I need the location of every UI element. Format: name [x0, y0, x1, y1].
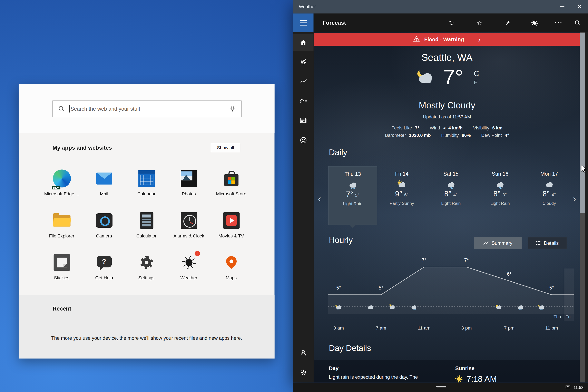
app-tile-edge[interactable]: DEVMicrosoft Edge ...	[40, 168, 83, 210]
app-tile-movies[interactable]: Movies & TV	[210, 210, 252, 252]
daily-condition: Partly Sunny	[377, 201, 426, 206]
hourly-temp-label: 5°	[376, 285, 386, 291]
app-label: Alarms & Clock	[173, 233, 204, 238]
pin-icon[interactable]	[503, 14, 512, 32]
daily-day-name: Sun 16	[476, 171, 525, 176]
mouse-cursor	[580, 164, 586, 173]
app-tile-clock[interactable]: Alarms & Clock	[168, 210, 210, 252]
summary-toggle-button[interactable]: Summary	[474, 237, 522, 249]
daily-low: 6°	[404, 192, 408, 198]
search-input[interactable]: Search the web and your stuff	[52, 100, 242, 117]
detail-barometer: Barometer1020.0 mb	[385, 133, 430, 138]
app-label: File Explorer	[49, 233, 74, 238]
app-command-bar: Forecast ↻ ☆ ···	[293, 14, 588, 32]
sunrise-row: 7:18 AM	[455, 374, 497, 382]
taskbar: ! DEV	[0, 366, 293, 392]
weather-titlebar[interactable]: Weather ×	[293, 0, 588, 14]
unit-celsius[interactable]: C	[474, 69, 480, 78]
daily-high: 7°	[346, 190, 353, 198]
nav-feedback-smiley[interactable]	[293, 132, 314, 149]
app-tile-maps[interactable]: Maps	[210, 252, 252, 294]
alert-chevron-icon: ›	[478, 36, 480, 43]
apps-section-header: My apps and websites Show all	[52, 143, 241, 153]
moon-rain-icon	[537, 304, 546, 310]
daily-next-chevron[interactable]: ›	[573, 194, 576, 204]
daily-temps: 7°5°	[328, 190, 377, 199]
daily-high: 8°	[542, 190, 550, 198]
app-tile-explorer[interactable]: File Explorer	[40, 210, 83, 252]
daily-card-thu-13[interactable]: Thu 137°5°Light Rain	[328, 166, 377, 225]
daily-prev-chevron[interactable]: ‹	[318, 194, 321, 204]
unit-fahrenheit[interactable]: F	[474, 79, 477, 85]
moon-rain-icon	[334, 304, 342, 310]
rain-icon	[516, 304, 524, 310]
unit-toggle[interactable]: C F	[474, 69, 480, 85]
nav-maps[interactable]	[293, 54, 314, 70]
daily-section-title: Daily	[329, 148, 347, 158]
more-options-icon[interactable]: ···	[555, 14, 563, 32]
detail-visibility: Visibility6 km	[473, 125, 502, 130]
nav-news[interactable]	[293, 112, 314, 128]
daily-condition: Light Rain	[328, 201, 377, 206]
nav-account[interactable]	[293, 344, 314, 361]
details-label: Details	[544, 240, 558, 246]
minimize-button[interactable]	[554, 0, 571, 14]
details-toggle-button[interactable]: Details	[528, 237, 567, 249]
app-tile-calculator[interactable]: Calculator	[125, 210, 168, 252]
app-tile-settings[interactable]: Settings	[125, 252, 168, 294]
app-tile-photos[interactable]: Photos	[168, 168, 210, 210]
nav-settings-gear[interactable]	[293, 364, 314, 380]
app-tile-store[interactable]: Microsoft Store	[210, 168, 252, 210]
daily-high: 9°	[395, 190, 402, 198]
app-tile-camera[interactable]: Camera	[83, 210, 125, 252]
refresh-icon[interactable]: ↻	[447, 14, 456, 32]
app-tile-calendar[interactable]: Calendar	[125, 168, 168, 210]
app-label: Stickies	[54, 275, 70, 280]
recent-title: Recent	[52, 305, 71, 312]
location-title: Seattle, WA	[314, 52, 581, 63]
sunrise-label: Sunrise	[455, 365, 474, 371]
daily-card-fri-14[interactable]: Fri 149°6°Partly Sunny	[377, 166, 426, 225]
hourly-time-label: 7 am	[373, 326, 389, 331]
favorite-star-icon[interactable]: ☆	[475, 14, 483, 32]
detail-humidity: Humidity86%	[441, 133, 471, 138]
hourly-time-label: 7 pm	[501, 326, 518, 331]
daily-card-mon-17[interactable]: Mon 178°4°Cloudy	[525, 166, 574, 225]
close-button[interactable]: ×	[571, 0, 588, 14]
rain-icon	[445, 180, 456, 189]
app-tile-mail[interactable]: Mail	[83, 168, 125, 210]
partly-sunny-icon	[388, 304, 396, 310]
scrollbar-thumb[interactable]	[580, 33, 585, 213]
app-tile-weather[interactable]: !Weather	[168, 252, 210, 294]
current-conditions-sun-icon[interactable]	[530, 14, 538, 32]
calculator-icon	[136, 210, 157, 231]
daily-forecast-row: Thu 137°5°Light RainFri 149°6°Partly Sun…	[328, 166, 574, 225]
taskbar-clock[interactable]: 11:58	[566, 382, 584, 392]
details-row: Barometer1020.0 mbHumidity86%Dew Point4°	[314, 133, 581, 138]
vertical-scrollbar[interactable]	[580, 32, 585, 382]
app-label: Settings	[138, 275, 154, 280]
detail-value: 6 km	[492, 125, 502, 130]
current-weather-icon	[415, 69, 436, 86]
app-label: Calendar	[138, 191, 156, 196]
show-all-button[interactable]: Show all	[211, 143, 240, 152]
clock-time: 11:58	[574, 385, 584, 389]
app-search-icon[interactable]	[573, 14, 582, 32]
daily-card-sat-15[interactable]: Sat 158°4°Light Rain	[426, 166, 476, 225]
daily-card-sun-16[interactable]: Sun 168°3°Light Rain	[476, 166, 525, 225]
wind-direction-icon: ◀	[443, 126, 445, 130]
taskbar-handle[interactable]	[436, 386, 446, 388]
app-tile-gethelp[interactable]: ?Get Help	[83, 252, 125, 294]
app-tile-stickies[interactable]: Stickies	[40, 252, 83, 294]
daily-low: 3°	[502, 192, 507, 198]
detail-label: Dew Point	[481, 133, 502, 138]
nav-home[interactable]	[293, 34, 314, 51]
hourly-temperature-chart	[314, 257, 581, 325]
microphone-icon[interactable]	[229, 105, 236, 112]
nav-favorites[interactable]	[293, 93, 314, 110]
warning-icon	[414, 36, 420, 43]
hamburger-menu-button[interactable]	[293, 14, 314, 32]
flood-warning-banner[interactable]: Flood - Warning ›	[314, 33, 581, 46]
nav-historical-weather[interactable]	[293, 73, 314, 90]
daily-temps: 8°3°	[476, 190, 525, 198]
